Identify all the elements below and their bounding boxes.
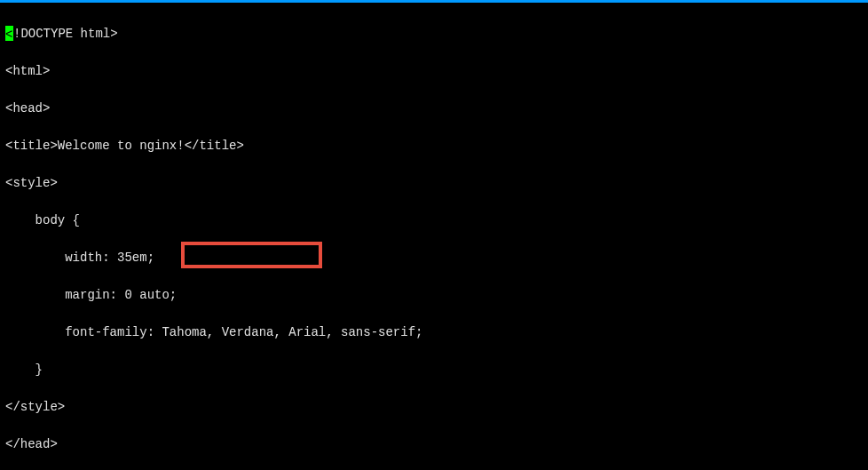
code-text: !DOCTYPE html> [13,27,118,41]
code-line: <!DOCTYPE html> [5,25,863,44]
code-line: <html> [5,62,863,81]
code-line: <title>Welcome to nginx!</title> [5,137,863,155]
code-line: margin: 0 auto; [5,286,863,305]
cursor: < [5,26,13,41]
code-line: font-family: Tahoma, Verdana, Arial, san… [5,323,863,342]
code-line: body { [5,211,863,230]
code-line: width: 35em; [5,249,863,267]
terminal-editor[interactable]: <!DOCTYPE html> <html> <head> <title>Wel… [0,3,868,470]
code-line: } [5,361,863,379]
code-line: <head> [5,100,863,118]
code-line: </head> [5,435,863,454]
code-line: </style> [5,398,863,417]
code-line: <style> [5,174,863,193]
